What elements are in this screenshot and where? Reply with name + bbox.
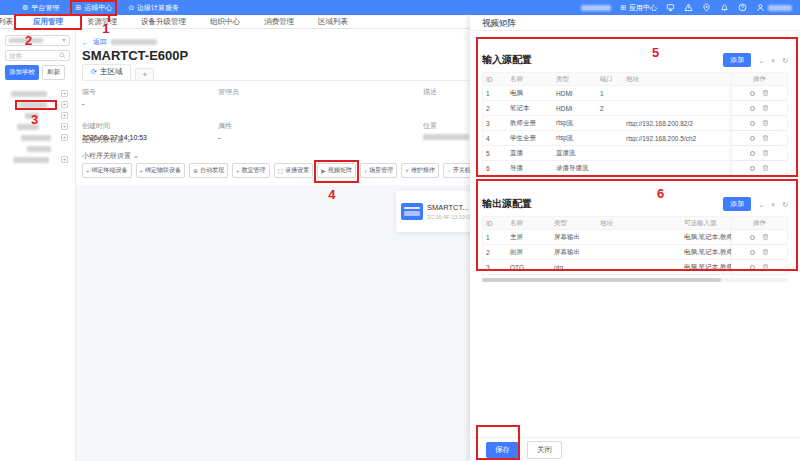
tab-组织中心[interactable]: 组织中心 bbox=[198, 17, 252, 27]
cell-type: otg bbox=[551, 264, 597, 271]
tab-区域列表[interactable]: 区域列表 bbox=[306, 17, 360, 27]
expand-icon[interactable]: + bbox=[61, 90, 68, 97]
tree-item[interactable]: + bbox=[5, 132, 70, 143]
tab-main-zone[interactable]: ⟳ 主区域 bbox=[82, 64, 131, 80]
delete-icon[interactable] bbox=[762, 104, 769, 112]
action-button-自动发现[interactable]: ⊕自动发现 bbox=[189, 163, 228, 178]
history-icon[interactable] bbox=[750, 121, 755, 126]
topnav-item-边缘计算服务[interactable]: ⊙边缘计算服务 bbox=[128, 3, 179, 13]
section-header: 输入源配置添加⌄×↻ bbox=[482, 53, 788, 67]
history-icon[interactable] bbox=[750, 265, 755, 270]
expand-icon[interactable]: + bbox=[61, 101, 68, 108]
history-icon[interactable] bbox=[750, 166, 755, 171]
column-header: ID bbox=[483, 76, 507, 83]
device-fields: 编号-管理员描述创建时间2025-08-27 14:10:53属性-位置 bbox=[82, 87, 472, 142]
refresh-button[interactable]: 刷新 bbox=[42, 65, 65, 80]
tree-item[interactable]: + bbox=[5, 110, 70, 121]
expand-icon[interactable]: + bbox=[61, 112, 68, 119]
app-center-button[interactable]: ⊞ 应用中心 bbox=[620, 3, 657, 13]
help-icon[interactable] bbox=[738, 3, 747, 12]
location-icon[interactable] bbox=[702, 3, 711, 12]
cell-addr: rtsp://192.168.200.82/2 bbox=[623, 120, 731, 127]
field-label: 属性 bbox=[218, 121, 423, 131]
topnav-item-运维中心[interactable]: ⊞运维中心 bbox=[75, 3, 112, 13]
delete-icon[interactable] bbox=[762, 263, 769, 271]
workbench-icon[interactable] bbox=[666, 3, 675, 12]
tab-资源管理[interactable]: 资源管理 bbox=[75, 17, 129, 27]
table-row: 5直播直播流 bbox=[483, 146, 787, 161]
delete-icon[interactable] bbox=[762, 149, 769, 157]
history-icon[interactable] bbox=[750, 250, 755, 255]
user-menu[interactable] bbox=[756, 3, 792, 12]
tab-列表[interactable]: 列表 bbox=[0, 17, 21, 27]
data-table: ID名称类型地址可选输入源操作1主屏屏幕输出电脑,笔记本,教师全景,学2副屏屏幕… bbox=[482, 216, 788, 275]
tab-设备升级管理[interactable]: 设备升级管理 bbox=[129, 17, 198, 27]
close-icon[interactable]: × bbox=[771, 57, 775, 64]
field-label: 编号 bbox=[82, 87, 218, 97]
action-button-绑定终端设备[interactable]: +绑定终端设备 bbox=[82, 163, 132, 178]
plus-icon: + bbox=[236, 168, 240, 174]
table-row: 6导播录播导播流 bbox=[483, 161, 787, 176]
save-button[interactable]: 保存 bbox=[486, 442, 519, 458]
add-zone-tab-button[interactable]: + bbox=[135, 68, 154, 80]
history-icon[interactable] bbox=[750, 106, 755, 111]
bell-icon[interactable] bbox=[720, 3, 729, 12]
edge-icon: ⊙ bbox=[128, 4, 134, 11]
tree-item[interactable]: + bbox=[5, 154, 70, 165]
input-source-section: 输入源配置添加⌄×↻ID名称类型端口地址操作1电脑HDMI12笔记本HDMI23… bbox=[482, 53, 788, 176]
collapse-icon[interactable]: ⌄ bbox=[758, 201, 764, 208]
blurred-username bbox=[768, 5, 792, 11]
sidebar-buttons: 添加学校 刷新 bbox=[5, 65, 70, 80]
scrollbar-thumb[interactable] bbox=[482, 278, 721, 282]
tree-item[interactable]: + bbox=[5, 88, 70, 99]
alert-icon[interactable] bbox=[684, 3, 693, 12]
topnav-item-label: 边缘计算服务 bbox=[137, 3, 179, 13]
collapse-icon[interactable]: ⌄ bbox=[758, 57, 764, 64]
action-button-录播设置[interactable]: ▢录播设置 bbox=[274, 163, 314, 178]
tree-item[interactable] bbox=[5, 143, 70, 154]
table-row: 2笔记本HDMI2 bbox=[483, 101, 787, 116]
action-button-场景管理[interactable]: ♪场景管理 bbox=[360, 163, 397, 178]
delete-icon[interactable] bbox=[762, 233, 769, 241]
tab-应用管理[interactable]: 应用管理 bbox=[21, 17, 75, 27]
expand-icon[interactable]: + bbox=[61, 123, 68, 130]
tree-item[interactable]: + bbox=[5, 121, 70, 132]
delete-icon[interactable] bbox=[762, 164, 769, 172]
history-icon[interactable] bbox=[750, 136, 755, 141]
action-button-维护操作[interactable]: ⚡维护操作 bbox=[401, 163, 439, 178]
app-association-toggle[interactable]: 应用关联设置 ⌄ bbox=[82, 135, 132, 145]
delete-icon[interactable] bbox=[762, 119, 769, 127]
field-value bbox=[218, 100, 423, 108]
close-icon[interactable]: × bbox=[771, 201, 775, 208]
history-icon[interactable] bbox=[750, 151, 755, 156]
delete-icon[interactable] bbox=[762, 134, 769, 142]
search-input[interactable] bbox=[9, 52, 57, 59]
expand-icon[interactable]: + bbox=[61, 156, 68, 163]
action-button-教室管理[interactable]: +教室管理 bbox=[232, 163, 270, 178]
close-button[interactable]: 关闭 bbox=[527, 441, 562, 459]
tab-消费管理[interactable]: 消费管理 bbox=[252, 17, 306, 27]
history-icon[interactable] bbox=[750, 235, 755, 240]
history-icon[interactable] bbox=[750, 91, 755, 96]
school-select-dropdown[interactable] bbox=[5, 35, 70, 46]
back-link[interactable]: ← 返回 bbox=[82, 37, 157, 47]
delete-icon[interactable] bbox=[762, 248, 769, 256]
device-card[interactable]: SMARTCT... 2C:16:4F:13:10:00 bbox=[396, 191, 476, 232]
add-button[interactable]: 添加 bbox=[723, 53, 751, 67]
delete-icon[interactable] bbox=[762, 89, 769, 97]
tree-item[interactable]: + bbox=[5, 99, 70, 110]
action-button-视频矩阵[interactable]: ▶视频矩阵 bbox=[317, 163, 356, 178]
action-button-绑定物联设备[interactable]: +绑定物联设备 bbox=[136, 163, 186, 178]
add-button[interactable]: 添加 bbox=[723, 197, 751, 211]
horizontal-scrollbar[interactable] bbox=[482, 278, 788, 282]
cell-id: 4 bbox=[483, 135, 507, 142]
refresh-icon[interactable]: ↻ bbox=[782, 201, 788, 208]
miniprogram-association-toggle[interactable]: 小程序关联设置 ⌄ bbox=[82, 151, 139, 161]
recorder-device-icon bbox=[401, 203, 423, 220]
topnav-item-平台管理[interactable]: ⚙平台管理 bbox=[22, 3, 59, 13]
expand-icon[interactable]: + bbox=[61, 134, 68, 141]
add-school-button[interactable]: 添加学校 bbox=[5, 65, 39, 80]
table-row: 3教师全景rtsp流rtsp://192.168.200.82/2 bbox=[483, 116, 787, 131]
refresh-icon[interactable]: ↻ bbox=[782, 57, 788, 64]
cell-port: 2 bbox=[597, 105, 623, 112]
